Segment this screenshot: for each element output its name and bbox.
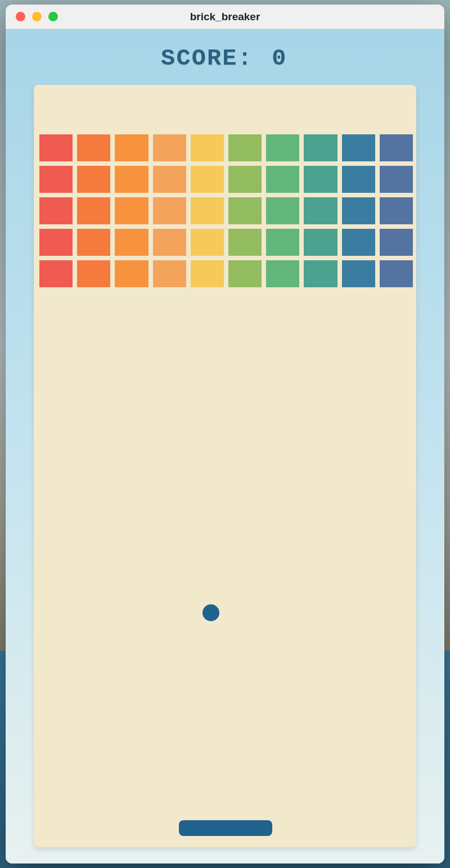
brick [342, 166, 375, 193]
brick [77, 260, 110, 287]
brick [77, 134, 110, 161]
brick [266, 229, 299, 256]
game-board[interactable] [34, 85, 416, 847]
maximize-window-button[interactable] [48, 12, 58, 21]
brick [115, 197, 148, 224]
brick [266, 260, 299, 287]
brick [342, 229, 375, 256]
brick [304, 166, 337, 193]
close-window-button[interactable] [16, 12, 25, 21]
score-value: 0 [272, 46, 287, 71]
brick [342, 260, 375, 287]
brick [39, 166, 73, 193]
brick [115, 260, 148, 287]
brick [380, 197, 413, 224]
brick [228, 166, 262, 193]
brick [39, 197, 73, 224]
brick-grid [39, 134, 413, 287]
brick [304, 260, 337, 287]
brick [191, 197, 224, 224]
brick [39, 134, 73, 161]
score-label: SCORE: [161, 46, 253, 71]
brick [191, 166, 224, 193]
brick [266, 166, 299, 193]
titlebar[interactable]: brick_breaker [6, 4, 444, 29]
score-display: SCORE: 0 [163, 29, 287, 85]
traffic-lights [6, 12, 58, 21]
brick [304, 197, 337, 224]
brick [304, 229, 337, 256]
app-window: brick_breaker SCORE: 0 [6, 4, 444, 864]
brick [304, 134, 337, 161]
brick [153, 134, 186, 161]
brick [191, 229, 224, 256]
brick [153, 229, 186, 256]
brick [342, 134, 375, 161]
brick [380, 134, 413, 161]
brick [115, 229, 148, 256]
brick [228, 229, 262, 256]
ball [202, 604, 219, 621]
window-title: brick_breaker [6, 11, 444, 23]
brick [191, 134, 224, 161]
brick [380, 260, 413, 287]
brick [153, 166, 186, 193]
brick [380, 166, 413, 193]
brick [228, 134, 262, 161]
minimize-window-button[interactable] [32, 12, 42, 21]
brick [77, 197, 110, 224]
brick [228, 197, 262, 224]
brick [191, 260, 224, 287]
brick [266, 197, 299, 224]
brick [153, 260, 186, 287]
brick [77, 229, 110, 256]
brick [39, 260, 73, 287]
brick [153, 197, 186, 224]
paddle[interactable] [179, 820, 272, 836]
brick [39, 229, 73, 256]
brick [77, 166, 110, 193]
brick [115, 134, 148, 161]
game-area[interactable]: SCORE: 0 [6, 29, 444, 864]
brick [342, 197, 375, 224]
brick [115, 166, 148, 193]
brick [266, 134, 299, 161]
brick [228, 260, 262, 287]
brick [380, 229, 413, 256]
